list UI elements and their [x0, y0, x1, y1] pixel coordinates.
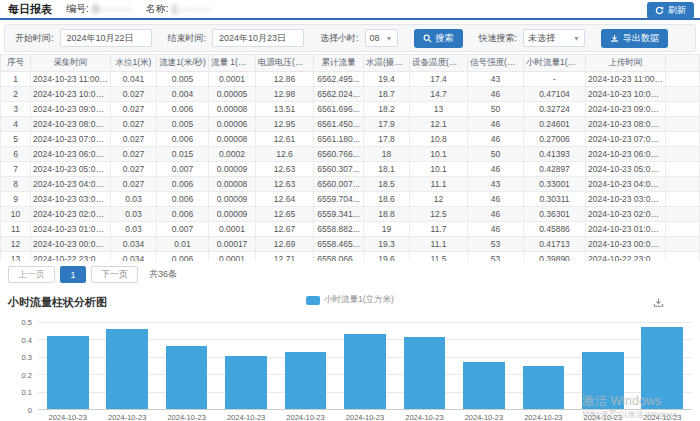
table-cell: 0.004	[157, 87, 209, 102]
bar[interactable]	[404, 337, 446, 409]
table-cell: 0.00017	[209, 237, 256, 252]
table-column-header: 采集时间	[31, 55, 111, 72]
table-cell: 2024-10-23 07:00:00	[31, 132, 111, 147]
bar[interactable]	[463, 362, 505, 409]
table-cell: 0.0001	[209, 252, 256, 262]
prev-page-button[interactable]: 上一页	[8, 266, 55, 283]
pagination: 上一页 1 下一页 共36条	[0, 261, 700, 288]
table-cell: 2024-10-23 03:00:47	[586, 192, 666, 207]
table-cell: 2024-10-22 23:00:00	[31, 252, 111, 262]
export-button[interactable]: 导出数据	[601, 29, 668, 48]
start-time-input[interactable]	[60, 29, 152, 47]
quick-search-select[interactable]: 未选择 ▼	[523, 29, 585, 47]
table-cell: 18.2	[364, 102, 410, 117]
table-cell: 6559.704...	[314, 192, 364, 207]
table-cell: 0.006	[157, 252, 209, 262]
table-cell: 0.30311	[524, 192, 586, 207]
table-cell: 10.8	[410, 132, 468, 147]
table-cell: 12.69	[256, 237, 314, 252]
bar[interactable]	[106, 329, 148, 409]
table-cell: 0.24601	[524, 117, 586, 132]
table-cell: 0.32724	[524, 102, 586, 117]
table-cell	[666, 102, 700, 117]
bar[interactable]	[582, 352, 624, 409]
table-cell: 2024-10-23 08:00:41	[586, 117, 666, 132]
bar-slot	[216, 322, 275, 409]
name-field: 名称: Ľ····· - ··	[146, 2, 211, 16]
table-cell: 19.4	[364, 72, 410, 87]
table-cell: 19.6	[364, 252, 410, 262]
name-label: 名称:	[146, 2, 169, 16]
table-cell: 0.027	[111, 102, 157, 117]
table-cell: 0.00009	[209, 162, 256, 177]
table-cell: 0.006	[157, 192, 209, 207]
bar-slot	[97, 322, 156, 409]
table-cell: 43	[468, 177, 524, 192]
table-cell: 12.67	[256, 222, 314, 237]
table-column-header: 设备温度(摄氏度)	[410, 55, 468, 72]
refresh-button[interactable]: 刷新	[647, 2, 694, 19]
table-cell: 2024-10-23 03:00:00	[31, 192, 111, 207]
chart-x-axis: 2024-10-232024-10-232024-10-232024-10-23…	[38, 410, 692, 421]
quick-search-label: 快速搜索:	[479, 32, 518, 45]
table-cell: 46	[468, 87, 524, 102]
bar[interactable]	[285, 352, 327, 409]
table-cell: 0.0001	[209, 222, 256, 237]
table-cell: 7	[1, 162, 31, 177]
table-cell: 43	[468, 72, 524, 87]
report-table-container: 序号采集时间水位1(米)流速1(米/秒)流量 1(立...电源电压(伏特)累计流…	[0, 54, 700, 261]
search-button[interactable]: 搜索	[414, 29, 463, 48]
x-axis-tick-label: 2024-10-23	[276, 410, 335, 421]
table-cell: 46	[468, 117, 524, 132]
bar[interactable]	[47, 336, 89, 409]
table-cell: 18.7	[364, 87, 410, 102]
table-cell: 0.00008	[209, 177, 256, 192]
y-axis-tick-label: 0.1	[22, 388, 32, 397]
table-cell	[666, 117, 700, 132]
hour-select[interactable]: 08 ▼	[365, 29, 398, 47]
y-axis-tick-label: 0	[28, 406, 32, 415]
table-cell: 2024-10-22 23:00:39	[586, 252, 666, 262]
bar[interactable]	[641, 327, 683, 409]
bar[interactable]	[344, 334, 386, 409]
table-cell: 6558.465...	[314, 237, 364, 252]
table-cell: 12.1	[410, 117, 468, 132]
table-cell	[666, 132, 700, 147]
table-row: 102024-10-23 02:00:000.030.0060.0000912.…	[1, 207, 700, 222]
table-cell: 3	[1, 102, 31, 117]
table-row: 12024-10-23 11:00:000.0410.0050.000112.8…	[1, 72, 700, 87]
table-cell: 13	[410, 102, 468, 117]
table-cell: 0.47104	[524, 87, 586, 102]
table-cell: 0.01	[157, 237, 209, 252]
table-cell: 12.71	[256, 252, 314, 262]
table-cell: 0.0001	[209, 72, 256, 87]
table-cell: 46	[468, 192, 524, 207]
table-cell: 12.86	[256, 72, 314, 87]
next-page-button[interactable]: 下一页	[91, 266, 138, 283]
table-column-header: 流速1(米/秒)	[157, 55, 209, 72]
end-time-input[interactable]	[212, 29, 304, 47]
table-cell: 6560.766...	[314, 147, 364, 162]
table-cell: 0.03	[111, 207, 157, 222]
table-cell: 9	[1, 192, 31, 207]
table-column-header: 累计流量	[314, 55, 364, 72]
table-cell: 2024-10-23 00:00:38	[586, 237, 666, 252]
end-time-label: 结束时间:	[168, 32, 207, 45]
bar[interactable]	[523, 366, 565, 409]
save-image-icon[interactable]	[653, 294, 664, 312]
table-cell	[666, 192, 700, 207]
table-cell: 18.6	[364, 192, 410, 207]
table-cell: 2	[1, 87, 31, 102]
bar[interactable]	[225, 356, 267, 409]
table-cell: 6561.450...	[314, 117, 364, 132]
chart-legend-item[interactable]: 小时流量1(立方米)	[306, 294, 394, 306]
table-cell: 11.5	[410, 252, 468, 262]
table-row: 82024-10-23 04:00:000.0270.0060.0000812.…	[1, 177, 700, 192]
report-table: 序号采集时间水位1(米)流速1(米/秒)流量 1(立...电源电压(伏特)累计流…	[0, 54, 700, 261]
table-cell: 6559.341...	[314, 207, 364, 222]
current-page-button[interactable]: 1	[60, 266, 86, 283]
table-cell: 0.027	[111, 177, 157, 192]
table-cell: 46	[468, 162, 524, 177]
bar[interactable]	[166, 346, 208, 409]
table-cell: 18.8	[364, 207, 410, 222]
